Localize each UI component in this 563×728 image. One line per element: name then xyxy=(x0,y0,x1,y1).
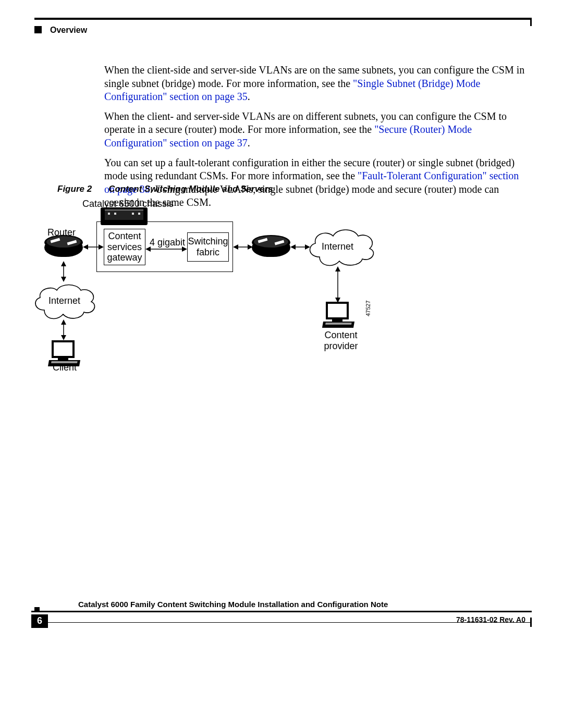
svg-marker-20 xyxy=(61,335,66,340)
running-header: Overview xyxy=(50,25,87,35)
server-icon-provider xyxy=(323,302,354,329)
header-rule xyxy=(34,18,532,20)
page-number: 6 xyxy=(31,614,48,628)
svg-marker-1 xyxy=(145,246,151,252)
label-client: Client xyxy=(53,362,77,373)
label-internet-left: Internet xyxy=(48,295,80,306)
label-csg: Content services gateway xyxy=(107,231,142,263)
switch-icon xyxy=(101,207,148,225)
arrow-fabric-router2 xyxy=(233,243,253,251)
svg-marker-10 xyxy=(290,244,296,250)
text: . xyxy=(248,91,250,102)
header-marker xyxy=(34,26,42,33)
figure-diagram: Catalyst 6500 chassis Content services g… xyxy=(29,195,404,378)
footer-doc-title: Catalyst 6000 Family Content Switching M… xyxy=(78,599,388,609)
page: Overview When the client-side and server… xyxy=(0,0,563,728)
svg-marker-16 xyxy=(61,261,66,266)
figure-id: 47527 xyxy=(364,300,372,316)
arrow-internet-client xyxy=(60,319,67,340)
box-csg: Content services gateway xyxy=(104,229,145,265)
svg-marker-7 xyxy=(233,244,238,250)
svg-marker-13 xyxy=(335,266,340,272)
svg-marker-5 xyxy=(99,244,104,250)
figure-number: Figure 2 xyxy=(57,184,92,194)
label-fabric: Switching fabric xyxy=(188,236,228,257)
doc-revision: 78-11631-02 Rev. A0 xyxy=(456,615,525,625)
arrow-router-chassis xyxy=(83,243,104,251)
header-tick xyxy=(530,18,532,26)
box-fabric: Switching fabric xyxy=(187,232,229,262)
label-internet-right: Internet xyxy=(322,241,353,252)
paragraph-2: When the client- and server-side VLANs a… xyxy=(104,110,527,150)
footer-tick xyxy=(530,618,532,627)
label-provider: Content provider xyxy=(317,330,364,351)
svg-marker-19 xyxy=(61,319,66,325)
text: . xyxy=(248,137,250,149)
paragraph-1: When the client-side and server-side VLA… xyxy=(104,64,527,104)
footer-rule-major xyxy=(31,611,532,612)
arrow-csg-fabric xyxy=(145,245,187,253)
router-icon-left xyxy=(44,235,83,263)
figure-caption: Figure 2Content Switching Module and Ser… xyxy=(57,183,273,195)
svg-marker-4 xyxy=(83,244,88,250)
arrow-internet-provider xyxy=(334,266,341,303)
svg-marker-2 xyxy=(182,246,187,252)
router-icon-right xyxy=(252,235,290,263)
arrow-router-internet-left xyxy=(60,261,67,282)
figure-title: Content Switching Module and Servers xyxy=(108,184,273,194)
